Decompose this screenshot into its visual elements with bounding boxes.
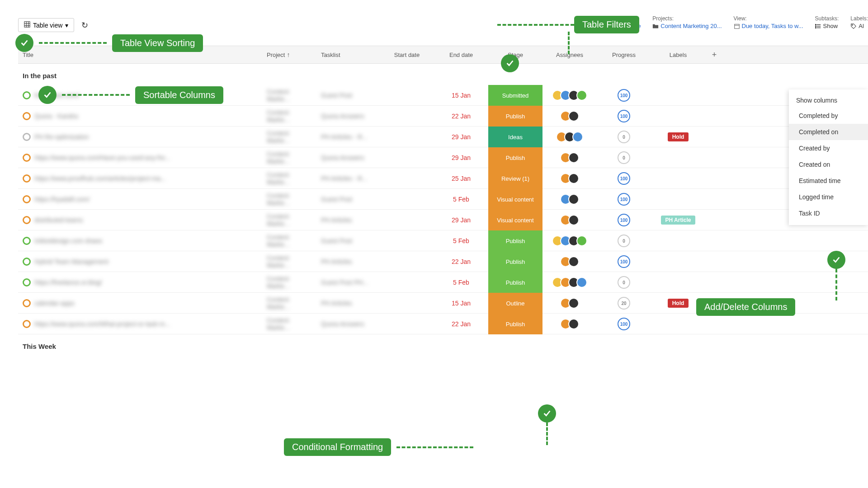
task-assignees[interactable] (552, 235, 587, 246)
table-row[interactable]: https://freelance.or.blog/ Content Marke… (18, 272, 868, 293)
progress-badge: 100 (618, 110, 630, 122)
dropdown-item[interactable]: Estimated time (789, 173, 868, 189)
progress-badge: 100 (618, 214, 630, 226)
table-row[interactable]: Hybrid Team Management Content Marke... … (18, 251, 868, 272)
task-tasklist: PH Articles - R... (316, 175, 380, 182)
col-labels[interactable]: Labels (651, 52, 705, 58)
dropdown-item[interactable]: Created on (789, 156, 868, 173)
projects-filter-value[interactable]: Content Marketing 20... (652, 23, 722, 29)
check-icon (38, 86, 57, 104)
svg-point-13 (815, 27, 816, 28)
col-start-date[interactable]: Start date (380, 52, 434, 58)
avatar (576, 277, 587, 288)
task-stage[interactable]: Outline (488, 293, 542, 314)
progress-badge: 0 (618, 276, 630, 289)
task-project: Content Marke... (262, 296, 316, 310)
table-row[interactable]: distributed-teams Content Marke... PH Ar… (18, 210, 868, 230)
avatar (568, 111, 579, 122)
task-labels: PH Article (651, 216, 705, 225)
task-stage[interactable]: Publish (488, 230, 542, 251)
dropdown-item[interactable]: Task ID (789, 205, 868, 221)
dropdown-item[interactable]: Logged time (789, 189, 868, 205)
task-stage[interactable]: Publish (488, 314, 542, 334)
task-project: Content Marke... (262, 150, 316, 165)
progress-badge: 100 (618, 89, 630, 102)
folder-icon (652, 23, 659, 29)
task-assignees[interactable] (560, 298, 579, 309)
callout-sortable-columns: Sortable Columns (38, 86, 223, 104)
callout-table-view-sorting: Table View Sorting (15, 34, 203, 52)
table-row[interactable]: https://www.proofhub.com/articles/projec… (18, 168, 868, 189)
task-assignees[interactable] (560, 215, 579, 225)
view-filter-value[interactable]: Due today, Tasks to w... (734, 23, 803, 29)
task-stage[interactable]: Visual content (488, 210, 542, 230)
col-project[interactable]: Project↑ (262, 51, 316, 58)
task-project: Content Marke... (262, 213, 316, 227)
table-view-button[interactable]: Table view ▾ (18, 18, 74, 32)
avatar (568, 152, 579, 163)
task-title: calendar-apps (34, 300, 75, 307)
task-tasklist: Guest Post (316, 237, 380, 244)
task-tasklist: Quora Answers (316, 154, 380, 161)
check-icon (15, 34, 33, 52)
progress-badge: 100 (618, 193, 630, 206)
table-row[interactable]: https://hyadaft.com/ Content Marke... Gu… (18, 189, 868, 210)
task-title: https://www.quora.com/Have-you-used-any-… (34, 154, 170, 161)
show-columns-dropdown: Show columns Completed byCompleted onCre… (789, 89, 868, 225)
col-title[interactable]: Title (18, 52, 262, 58)
subtasks-filter-value[interactable]: Show (815, 23, 839, 29)
callout-table-filters: Table Filters (497, 16, 639, 54)
progress-badge: 0 (618, 235, 630, 247)
task-assignees[interactable] (556, 131, 583, 142)
sort-asc-icon: ↑ (287, 51, 290, 58)
task-stage[interactable]: Publish (488, 106, 542, 127)
progress-badge: 0 (618, 151, 630, 164)
task-stage[interactable]: Review (1) (488, 168, 542, 189)
task-stage[interactable]: Submitted (488, 85, 542, 106)
task-assignees[interactable] (560, 173, 579, 184)
col-end-date[interactable]: End date (434, 52, 488, 58)
status-circle (23, 299, 31, 307)
task-stage[interactable]: Publish (488, 272, 542, 293)
col-tasklist[interactable]: Tasklist (316, 52, 380, 58)
tag-icon (850, 23, 857, 29)
task-project: Content Marke... (262, 254, 316, 269)
task-tasklist: Quora Answers (316, 113, 380, 120)
task-stage[interactable]: Publish (488, 147, 542, 168)
progress-badge: 0 (618, 131, 630, 143)
labels-filter-value[interactable]: Al (850, 23, 868, 29)
task-assignees[interactable] (560, 111, 579, 122)
status-circle (23, 237, 31, 245)
task-title: distributed-teams (34, 216, 83, 224)
dropdown-item[interactable]: Completed by (789, 108, 868, 124)
task-title: https://freelance.or.blog/ (34, 279, 102, 286)
refresh-button[interactable]: ↻ (81, 20, 88, 30)
task-tasklist: PH Articles - R... (316, 133, 380, 141)
task-assignees[interactable] (552, 277, 587, 288)
task-assignees[interactable] (560, 194, 579, 205)
table-row[interactable]: https://www.quora.com/What-project-or-ta… (18, 314, 868, 334)
table-row[interactable]: PH Re-optimization Content Marke... PH A… (18, 127, 868, 147)
dropdown-title: Show columns (789, 93, 868, 108)
task-title: Hybrid Team Management (34, 258, 108, 265)
task-project: Content Marke... (262, 192, 316, 206)
task-assignees[interactable] (560, 319, 579, 329)
view-filter-label: View: (734, 15, 803, 22)
table-row[interactable]: https://www.quora.com/Have-you-used-any-… (18, 147, 868, 168)
task-assignees[interactable] (552, 90, 587, 101)
dropdown-item[interactable]: Created by (789, 140, 868, 156)
add-column-button[interactable]: + (705, 50, 723, 60)
table-row[interactable]: inkbotdesign.com draws Content Marke... … (18, 230, 868, 251)
task-stage[interactable]: Visual content (488, 189, 542, 210)
task-assignees[interactable] (560, 152, 579, 163)
dropdown-item[interactable]: Completed on (789, 124, 868, 140)
task-project: Content Marke... (262, 234, 316, 248)
table-icon (24, 21, 30, 29)
table-row[interactable]: Quora - Kandra Content Marke... Quora An… (18, 106, 868, 127)
task-assignees[interactable] (560, 256, 579, 267)
task-stage[interactable]: Publish (488, 251, 542, 272)
subtasks-filter-label: Subtasks: (815, 15, 839, 22)
task-stage[interactable]: Ideas (488, 127, 542, 147)
status-circle (23, 320, 31, 328)
task-title: https://www.quora.com/What-project-or-ta… (34, 320, 170, 328)
